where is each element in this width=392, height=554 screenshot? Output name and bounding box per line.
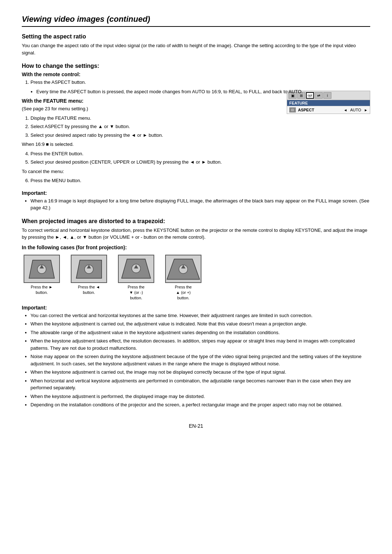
aspect-ratio-heading: Setting the aspect ratio bbox=[22, 33, 370, 40]
keystone-svg-3 bbox=[118, 255, 154, 283]
cancel-text: To cancel the menu: bbox=[22, 168, 370, 175]
remote-control-heading: With the remote control: bbox=[22, 71, 370, 77]
feature-row-icon: ⊟ bbox=[289, 107, 296, 112]
keystone-item-3: Press the▼ (or -)button. bbox=[116, 255, 156, 301]
trap-bullet-1: When the keystone adjustment is carried … bbox=[30, 320, 370, 328]
feature-step-6: Press the MENU button. bbox=[30, 177, 370, 184]
front-projection-subsection: In the following cases (for front projec… bbox=[22, 245, 370, 301]
keystone-caption-1: Press the ►button. bbox=[31, 284, 53, 296]
keystone-caption-2: Press the ◄button. bbox=[78, 284, 100, 296]
trap-bullet-4: Noise may appear on the screen during th… bbox=[30, 353, 370, 367]
toolbar-icon-5: i bbox=[323, 92, 331, 99]
remote-step-1: Press the ASPECT button. bbox=[30, 79, 370, 86]
aspect-important-bullets: When a 16:9 image is kept displayed for … bbox=[30, 197, 370, 212]
page-title: Viewing video images (continued) bbox=[22, 15, 370, 27]
feature-step-1: Display the FEATURE menu. bbox=[30, 115, 370, 122]
trap-bullet-8: Depending on the installation conditions… bbox=[30, 401, 370, 409]
keystone-svg-1 bbox=[24, 255, 60, 283]
trapezoid-intro: To correct vertical and horizontal keyst… bbox=[22, 227, 370, 241]
trap-bullet-2: The allowable range of the adjustment va… bbox=[30, 329, 370, 336]
keystone-svg-2 bbox=[71, 255, 107, 283]
aspect-ratio-section: Setting the aspect ratio You can change … bbox=[22, 33, 370, 56]
front-projection-heading: In the following cases (for front projec… bbox=[22, 245, 370, 250]
aspect-important: Important: When a 16:9 image is kept dis… bbox=[22, 190, 370, 212]
trapezoid-section: When projected images are distorted to a… bbox=[22, 218, 370, 409]
trap-bullet-3: When the keystone adjustment takes effec… bbox=[30, 337, 370, 352]
keystone-item-2: Press the ◄button. bbox=[69, 255, 109, 296]
remote-control-steps: Press the ASPECT button. bbox=[30, 79, 370, 86]
how-to-change-heading: How to change the settings: bbox=[22, 63, 370, 69]
feature-row-value: AUTO bbox=[350, 108, 361, 112]
feature-menu-row: ⊟ ASPECT ◄ AUTO ► bbox=[287, 106, 370, 114]
keystone-caption-3: Press the▼ (or -)button. bbox=[128, 284, 144, 301]
trapezoid-important: Important: You can correct the vertical … bbox=[22, 305, 370, 409]
feature-step-2: Select ASPECT by pressing the ▲ or ▼ but… bbox=[30, 123, 370, 130]
aspect-ratio-intro: You can change the aspect ratio of the i… bbox=[22, 42, 370, 56]
feature-arrow-left: ◄ bbox=[344, 108, 347, 112]
trap-bullet-7: When the keystone adjustment is performe… bbox=[30, 393, 370, 400]
trap-bullet-5: When the keystone adjustment is carried … bbox=[30, 369, 370, 376]
aspect-important-heading: Important: bbox=[22, 190, 370, 196]
trap-bullet-0: You can correct the vertical and horizon… bbox=[30, 312, 370, 319]
feature-menu-steps2: Press the ENTER button. Select your desi… bbox=[30, 150, 370, 166]
feature-step-3: Select your desired aspect ratio by pres… bbox=[30, 132, 370, 139]
how-to-change-section: How to change the settings: With the rem… bbox=[22, 63, 370, 212]
trapezoid-important-heading: Important: bbox=[22, 305, 370, 311]
feature-row-label: ASPECT bbox=[298, 108, 344, 112]
feature-menu-steps: Display the FEATURE menu. Select ASPECT … bbox=[30, 115, 370, 139]
trapezoid-heading: When projected images are distorted to a… bbox=[22, 218, 370, 225]
keystone-svg-4 bbox=[165, 255, 201, 283]
trapezoid-important-bullets: You can correct the vertical and horizon… bbox=[30, 312, 370, 409]
page-number: EN-21 bbox=[22, 423, 370, 429]
toolbar-icon-3: opt bbox=[306, 92, 314, 99]
feature-when-169: When 16:9 ■ is selected. bbox=[22, 141, 370, 148]
keystone-images-row: Press the ►button. Press the ◄button. bbox=[22, 255, 370, 301]
feature-step-5: Select your desired position (CENTER, UP… bbox=[30, 159, 370, 166]
aspect-important-bullet: When a 16:9 image is kept displayed for … bbox=[30, 197, 370, 212]
feature-step6-list: Press the MENU button. bbox=[30, 177, 370, 184]
keystone-item-4: Press the▲ (or +)button. bbox=[163, 255, 203, 301]
toolbar-icon-4: ⇄ bbox=[315, 92, 323, 99]
feature-step-4: Press the ENTER button. bbox=[30, 150, 370, 157]
feature-menu-subsection: ▣ ⊞ opt ⇄ i FEATURE ⊟ ASPECT ◄ AUTO ► Wi… bbox=[22, 98, 370, 186]
keystone-caption-4: Press the▲ (or +)button. bbox=[175, 284, 192, 301]
feature-arrow-right: ► bbox=[364, 108, 368, 112]
keystone-item-1: Press the ►button. bbox=[22, 255, 62, 296]
trap-bullet-6: When horizontal and vertical keystone ad… bbox=[30, 377, 370, 391]
feature-menu-header: FEATURE bbox=[287, 100, 370, 106]
